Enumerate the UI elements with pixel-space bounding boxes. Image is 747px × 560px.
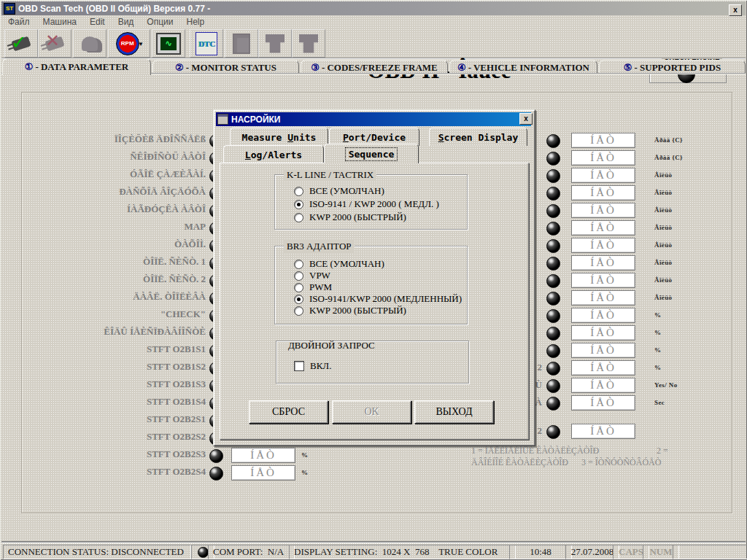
reset-button[interactable]: СБРОС [249,400,328,424]
param-label: STFT O2B2S1 [20,413,206,425]
dialog-tab-screen-display[interactable]: Screen Display [429,128,527,146]
menu-edit[interactable]: Edit [83,16,112,28]
radio-option[interactable]: KWP 2000 (БЫСТРЫЙ) [294,211,439,224]
radio-icon[interactable] [294,187,303,196]
radio-selected-icon[interactable] [294,200,303,209]
param-value-box[interactable]: ÍÅÒ [571,150,635,166]
param-value-box[interactable]: ÍÅÒ [571,168,635,183]
note-line-1-right: 2 = [657,446,668,456]
note-line-2: ÄÂÎÉÍÎÉ ÊÀÒÀËÈÇÀÒÎÐ 3 = ÎÒÑÓÒÑÒÂÓÅÒ [471,457,661,468]
dtc-button[interactable]: DTC [190,29,223,58]
ok-button[interactable]: OK [332,400,411,424]
report-button[interactable] [225,29,258,58]
param-value-box[interactable]: ÍÅÒ [571,325,635,341]
vkl-checkbox-label: ВКЛ. [310,360,331,372]
radio-icon[interactable] [294,260,303,269]
tab-data-parameter[interactable]: ①- DATA PARAMETER [2,58,151,75]
param-label: STFT O2B1S4 [20,396,206,408]
radio-option[interactable]: ВСЕ (УМОЛЧАН) [294,184,439,198]
param-label: STFT O2B1S1 [20,343,206,355]
param-unit: Ãðàä {C} [654,154,683,161]
radio-option[interactable]: ISO-9141 / KWP 2000 ( МЕДЛ. ) [294,198,439,211]
tab-vehicle-information[interactable]: ④- VEHICLE INFORMATION [449,60,597,74]
param-label: ÏÎÇÈÖÈß ÄÐÎÑÑÅËß [20,133,206,145]
param-label: ÒÎÏË. ÑÈÑÒ. 2 [20,273,206,285]
param-led [546,327,560,341]
param-led [546,344,560,358]
tab-codes-freeze-frame[interactable]: ③- CODES/FREEZE FRAME [301,60,448,74]
dialog-tab-measure-units[interactable]: Measure Units [230,128,328,146]
param-value-box[interactable]: ÍÅÒ [571,133,635,148]
param-value-box[interactable]: ÍÅÒ [571,255,635,271]
disconnect-button[interactable]: ✕ [38,29,71,58]
tab-supported-pids[interactable]: ⑤- SUPPORTED PIDS [599,60,746,74]
status-date: 27.07.2008 [565,545,619,559]
menu-view[interactable]: Вид [112,16,141,28]
tab-number: ③ [311,62,320,74]
param-led [209,449,223,463]
connector-b-icon [299,34,318,53]
film-icon [82,36,98,51]
param-value-box[interactable]: ÍÅÒ [571,424,635,439]
kl-line-options: ВСЕ (УМОЛЧАН)ISO-9141 / KWP 2000 ( МЕДЛ.… [294,184,439,224]
param-value-box[interactable]: ÍÅÒ [571,343,635,358]
radio-option[interactable]: PWM [294,281,462,293]
param-label: STFT O2B1S3 [20,378,206,390]
param-value-box[interactable]: ÍÅÒ [571,308,635,323]
connector-a-button[interactable] [258,29,292,58]
window-title: OBD Scan Tech (OBD II Общий) Версия 0.77… [18,4,210,14]
radio-option[interactable]: ISO-9141/KWP 2000 (МЕДЛЕННЫЙ) [294,293,462,305]
radio-selected-icon[interactable] [294,295,303,304]
tab-number: ② [175,62,184,74]
param-label: ÍÀÃÐÓÇÊÀ ÀÂÒÎ [20,203,206,215]
param-unit: Âîëüò [654,241,673,249]
vkl-checkbox[interactable] [294,361,304,371]
br3-adapter-options: ВСЕ (УМОЛЧАН)VPWPWMISO-9141/KWP 2000 (МЕ… [294,258,462,316]
app-window: { "window": { "title": "OBD Scan Tech (O… [0,0,747,560]
radio-icon[interactable] [294,306,303,316]
param-value-box[interactable]: ÍÅÒ [571,378,635,393]
param-value-box[interactable]: ÍÅÒ [571,395,635,411]
tab-monitor-status[interactable]: ②- MONITOR STATUS [152,60,299,74]
menu-bar: Файл Машина Edit Вид Опции Help [1,15,746,28]
radio-option-label: ISO-9141 / KWP 2000 ( МЕДЛ. ) [309,198,439,210]
menu-options[interactable]: Опции [140,16,179,28]
radio-icon[interactable] [294,271,303,281]
oscilloscope-button[interactable]: ∿ [152,29,185,58]
record-log-button[interactable] [73,29,107,58]
param-value-box[interactable]: ÍÅÒ [571,273,635,288]
radio-icon[interactable] [294,283,303,292]
param-unit: Sec [654,399,665,406]
rpm-gauge-button[interactable]: RPM ▾ [108,29,150,58]
dialog-tab-sequence[interactable]: Sequence [324,144,419,163]
param-value-box[interactable]: ÍÅÒ [571,360,635,376]
param-value-box[interactable]: ÍÅÒ [571,185,635,201]
scope-icon: ∿ [156,33,181,55]
param-value-box[interactable]: ÍÅÒ [231,465,295,481]
group-kl-line: K-L LINE / TACTRIX ВСЕ (УМОЛЧАН)ISO-9141… [274,174,468,230]
radio-option[interactable]: VPW [294,270,462,281]
param-value-box[interactable]: ÍÅÒ [571,290,635,306]
title-bar[interactable]: ST OBD Scan Tech (OBD II Общий) Версия 0… [1,1,746,15]
menu-help[interactable]: Help [179,16,211,28]
connect-button[interactable]: ✓ [4,29,38,58]
param-value-box[interactable]: ÍÅÒ [571,220,635,236]
param-label: ÓÃÎË ÇÀÆÈÃÀÍ. [20,168,206,180]
param-value-box[interactable]: ÍÅÒ [571,203,635,218]
param-unit: % [301,469,308,476]
exit-button[interactable]: ВЫХОД [414,400,494,424]
dialog-tab-log-alerts[interactable]: Log/Alerts [223,145,324,163]
radio-icon[interactable] [294,213,303,222]
radio-option[interactable]: KWP 2000 (БЫСТРЫЙ) [294,305,462,316]
radio-option[interactable]: ВСЕ (УМОЛЧАН) [294,258,462,270]
dialog-title-bar[interactable]: НАСРОЙКИ [216,112,531,126]
window-close-icon[interactable]: x [729,4,742,16]
dialog-close-icon[interactable]: x [519,113,533,125]
rpm-dropdown-icon[interactable]: ▾ [139,40,143,47]
menu-machine[interactable]: Машина [36,16,83,28]
param-label: ÊÎÄÛ ÍÅÈÑÏÐÀÂÍÎÑÒÈ [20,326,206,338]
param-value-box[interactable]: ÍÅÒ [231,448,295,463]
menu-file[interactable]: Файл [1,16,36,28]
param-value-box[interactable]: ÍÅÒ [571,238,635,253]
connector-b-button[interactable] [292,29,325,58]
